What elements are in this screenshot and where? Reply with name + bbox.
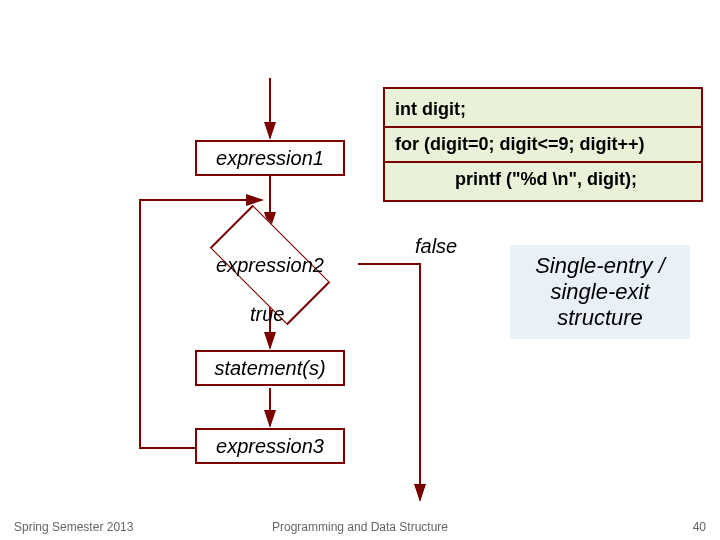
- code-separator-2: [385, 161, 701, 163]
- annotation-callout: Single-entry / single-exit structure: [510, 245, 690, 339]
- flow-expression3: expression3: [195, 428, 345, 464]
- footer-left: Spring Semester 2013: [14, 520, 133, 534]
- true-label: true: [250, 303, 284, 326]
- annotation-line2: single-exit: [524, 279, 676, 305]
- flow-decision: expression2: [180, 230, 360, 300]
- flow-statement: statement(s): [195, 350, 345, 386]
- code-decl: int digit;: [395, 99, 691, 120]
- code-body: printf ("%d \n", digit);: [395, 169, 691, 190]
- flow-statement-label: statement(s): [214, 357, 325, 380]
- code-for-head: for (digit=0; digit<=9; digit++): [395, 134, 691, 155]
- code-block: int digit; for (digit=0; digit<=9; digit…: [383, 87, 703, 202]
- footer-page-number: 40: [693, 520, 706, 534]
- flow-expression2-label: expression2: [180, 230, 360, 300]
- code-separator-1: [385, 126, 701, 128]
- annotation-line1: Single-entry /: [524, 253, 676, 279]
- false-label: false: [415, 235, 457, 258]
- flow-expression3-label: expression3: [216, 435, 324, 458]
- annotation-line3: structure: [524, 305, 676, 331]
- flow-expression1: expression1: [195, 140, 345, 176]
- flow-expression1-label: expression1: [216, 147, 324, 170]
- footer-center: Programming and Data Structure: [272, 520, 448, 534]
